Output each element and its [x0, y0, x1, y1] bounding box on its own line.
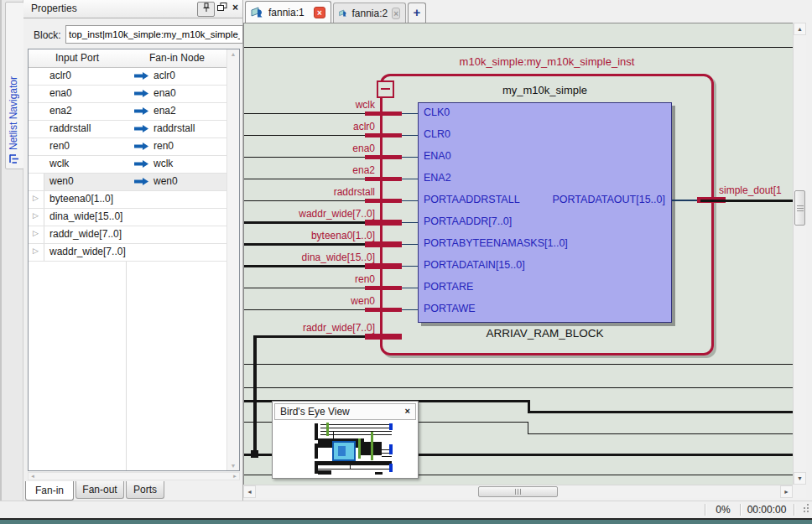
table-row[interactable]: ena0ena0 — [29, 86, 227, 103]
signal-wire[interactable] — [244, 113, 380, 114]
input-port-cell[interactable]: dina_wide[15..0] — [44, 209, 126, 225]
output-signal-label[interactable]: simple_dout[1 — [719, 184, 782, 196]
signal-label[interactable]: wen0 — [252, 295, 375, 307]
column-header-fanin-node[interactable]: Fan-in Node — [127, 49, 227, 67]
document-tab[interactable]: fannia:2× — [333, 3, 406, 23]
signal-wire[interactable] — [244, 288, 380, 288]
scroll-down-button[interactable]: ▼ — [794, 472, 806, 485]
net-wire[interactable] — [244, 387, 794, 388]
scroll-left-button[interactable]: ◄ — [243, 485, 256, 498]
tab-close-button[interactable]: × — [392, 8, 400, 19]
signal-wire[interactable] — [244, 200, 380, 201]
table-row[interactable]: wclkwclk — [29, 156, 227, 174]
input-port-cell[interactable]: raddr_wide[7..0] — [44, 226, 126, 242]
document-tab[interactable]: fannia:1× — [245, 1, 331, 23]
fanin-node-cell[interactable]: ena2 — [127, 103, 227, 119]
input-port-cell[interactable]: ena0 — [44, 86, 126, 101]
net-wire-jog[interactable] — [528, 400, 530, 412]
signal-label[interactable]: ena0 — [252, 143, 375, 154]
input-port-cell[interactable]: raddrstall — [44, 121, 126, 137]
scroll-right-button[interactable]: ► — [780, 485, 793, 498]
scroll-right-arrow-icon[interactable]: ► — [232, 473, 237, 480]
output-wire[interactable] — [700, 200, 794, 202]
fanin-node-cell[interactable]: ren0 — [127, 138, 227, 154]
signal-label[interactable]: waddr_wide[7..0] — [252, 208, 375, 220]
fanin-node-cell[interactable]: wen0 — [127, 174, 227, 189]
scroll-left-arrow-icon[interactable]: ◄ — [30, 473, 35, 480]
table-row[interactable]: wen0wen0 — [29, 174, 227, 191]
table-row[interactable]: ren0ren0 — [29, 138, 227, 156]
signal-label[interactable]: ren0 — [252, 273, 375, 285]
tab-fan-out[interactable]: Fan-out — [75, 481, 124, 499]
fanin-node-cell[interactable]: raddrstall — [127, 121, 227, 137]
table-row[interactable]: ▷byteena0[1..0] — [29, 191, 227, 209]
signal-label[interactable]: raddr_wide[7..0] — [252, 322, 375, 334]
signal-wire[interactable] — [244, 135, 380, 136]
tab-fan-in[interactable]: Fan-in — [25, 481, 74, 501]
vertical-scroll-thumb[interactable] — [794, 190, 805, 226]
new-tab-button[interactable]: + — [408, 3, 426, 23]
fanin-node-cell[interactable]: aclr0 — [127, 68, 227, 84]
table-row[interactable]: ena2ena2 — [29, 103, 227, 121]
tree-expander-icon[interactable]: ▷ — [33, 211, 39, 220]
input-port-cell[interactable]: byteena0[1..0] — [44, 191, 126, 207]
tab-close-button[interactable]: × — [314, 7, 325, 18]
signal-label[interactable]: wclk — [252, 99, 375, 111]
close-panel-button[interactable]: × — [232, 2, 238, 13]
input-port-cell[interactable]: wclk — [44, 156, 126, 172]
scroll-up-arrow-icon[interactable]: ▲ — [227, 51, 239, 57]
fanin-node-cell[interactable]: ena0 — [127, 86, 227, 101]
netlist-navigator-tab[interactable]: Netlist Navigator — [5, 2, 24, 169]
table-row[interactable]: raddrstallraddrstall — [29, 121, 227, 138]
table-vertical-scrollbar[interactable]: ▲ ▼ — [226, 49, 239, 470]
float-panel-button[interactable] — [217, 3, 227, 14]
net-wire[interactable] — [528, 433, 794, 434]
scroll-down-arrow-icon[interactable]: ▼ — [227, 463, 239, 469]
net-wire-jog[interactable] — [528, 422, 528, 434]
column-header-input-port[interactable]: Input Port — [29, 49, 126, 67]
resize-grip[interactable] — [800, 504, 809, 516]
net-wire[interactable] — [244, 364, 794, 365]
tab-ports[interactable]: Ports — [126, 481, 164, 499]
tree-expander-icon[interactable]: ▷ — [33, 229, 39, 237]
input-port-cell[interactable]: aclr0 — [44, 68, 126, 84]
horizontal-scroll-thumb[interactable] — [478, 486, 558, 497]
signal-wire[interactable] — [244, 309, 380, 310]
net-wire[interactable] — [528, 411, 794, 413]
tree-expander-icon[interactable]: ▷ — [33, 194, 39, 202]
signal-wire[interactable] — [244, 221, 380, 224]
table-row[interactable]: ▷raddr_wide[7..0] — [29, 226, 227, 244]
table-horizontal-scrollbar[interactable]: ◄ ► — [28, 472, 240, 480]
birds-eye-body[interactable] — [274, 422, 416, 476]
signal-wire[interactable] — [253, 335, 380, 338]
table-row[interactable]: ▷waddr_wide[7..0] — [29, 244, 227, 262]
table-row[interactable]: aclr0aclr0 — [29, 68, 227, 86]
birds-eye-close-button[interactable]: × — [405, 406, 410, 416]
collapse-instance-button[interactable] — [377, 80, 394, 98]
input-port-cell[interactable]: waddr_wide[7..0] — [44, 244, 126, 260]
birds-eye-titlebar[interactable]: Bird's Eye View × — [274, 403, 416, 420]
signal-label[interactable]: byteena0[1..0] — [252, 230, 375, 241]
table-row[interactable]: ▷dina_wide[15..0] — [29, 209, 227, 226]
signal-wire[interactable] — [244, 243, 380, 246]
signal-label[interactable]: dina_wide[15..0] — [252, 252, 375, 263]
scroll-up-button[interactable]: ▲ — [794, 23, 806, 35]
canvas-horizontal-scrollbar[interactable]: ◄ ► — [243, 485, 793, 498]
pin-button[interactable] — [197, 2, 215, 17]
signal-wire[interactable] — [244, 265, 380, 267]
signal-label[interactable]: aclr0 — [252, 121, 375, 132]
signal-wire[interactable] — [253, 336, 257, 454]
signal-label[interactable]: ena2 — [252, 164, 375, 176]
tree-expander-icon[interactable]: ▷ — [33, 246, 39, 255]
signal-wire[interactable] — [244, 157, 380, 158]
birds-eye-view-window[interactable]: Bird's Eye View × — [272, 401, 419, 479]
schematic-canvas[interactable]: m10k_simple:my_m10k_simple_inst my_m10k_… — [243, 23, 794, 485]
input-port-cell[interactable]: ren0 — [44, 138, 126, 154]
fanin-node-cell[interactable]: wclk — [127, 156, 227, 172]
net-wire[interactable] — [244, 47, 794, 48]
block-input[interactable] — [65, 25, 243, 44]
signal-label[interactable]: raddrstall — [252, 186, 375, 198]
canvas-vertical-scrollbar[interactable]: ▲ ▼ — [793, 23, 806, 485]
signal-wire[interactable] — [244, 179, 380, 179]
input-port-cell[interactable]: wen0 — [44, 174, 126, 189]
